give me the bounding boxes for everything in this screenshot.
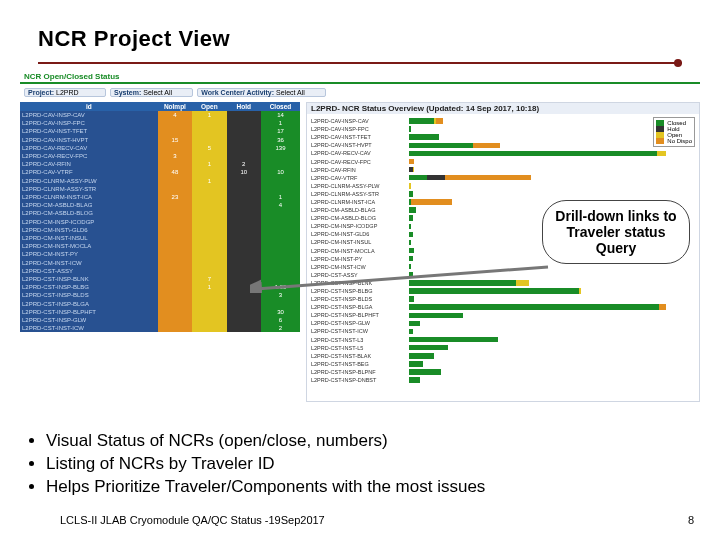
bar-label: L2PRD-CST-INST-L3 <box>311 337 409 343</box>
cell-open <box>192 242 226 250</box>
traveler-link[interactable]: L2PRD-CST-INSP-BLGA <box>22 301 89 307</box>
workcenter-filter[interactable]: Work Center/ Activity: <box>197 88 326 97</box>
traveler-link[interactable]: L2PRD-CST-INSP-BLNK <box>22 276 89 282</box>
bar-seg-closed <box>409 288 579 294</box>
cell-open: 1 <box>192 160 226 168</box>
bar-track <box>409 134 695 140</box>
system-input[interactable] <box>143 89 189 96</box>
bar-seg-closed <box>409 240 411 246</box>
traveler-link[interactable]: L2PRD-CM-ASBLD-BLAG <box>22 202 92 208</box>
table-row: L2PRD-CM-INST-MOCLA <box>20 242 300 250</box>
cell-no <box>158 127 192 135</box>
traveler-link[interactable]: L2PRD-CST-INSP-BLDS <box>22 292 89 298</box>
bar-seg-open <box>413 167 415 173</box>
cell-hold <box>227 144 261 152</box>
cell-open <box>192 218 226 226</box>
table-row: L2PRD-CAV-RECV-CAV5139 <box>20 144 300 152</box>
cell-closed: 36 <box>261 136 300 144</box>
bar-track <box>409 175 695 181</box>
traveler-link[interactable]: L2PRD-CAV-INSP-CAV <box>22 112 85 118</box>
traveler-link[interactable]: L2PRD-CST-INSP-GLW <box>22 317 86 323</box>
traveler-link[interactable]: L2PRD-CST-INST-ICW <box>22 325 84 331</box>
filter-row: Project: System: Work Center/ Activity: <box>20 84 700 98</box>
col-closed: Closed <box>261 102 300 111</box>
traveler-link[interactable]: L2PRD-CAV-INST-HVPT <box>22 137 88 143</box>
traveler-link[interactable]: L2PRD-CM-ASBLD-BLOG <box>22 210 93 216</box>
cell-closed: 139 <box>261 144 300 152</box>
traveler-link[interactable]: L2PRD-CLNRM-ASSY-PLW <box>22 178 97 184</box>
project-filter[interactable]: Project: <box>24 88 106 97</box>
workcenter-input[interactable] <box>276 89 322 96</box>
table-row: L2PRD-CST-INSP-GLW6 <box>20 316 300 324</box>
ncr-table: idNoImplOpenHoldClosed L2PRD-CAV-INSP-CA… <box>20 102 300 332</box>
traveler-link[interactable]: L2PRD-CAV-RECV-CAV <box>22 145 87 151</box>
cell-closed: 30 <box>261 308 300 316</box>
bar-row: L2PRD-CST-ASSY <box>311 271 695 279</box>
bar-seg-open <box>409 183 411 189</box>
traveler-link[interactable]: L2PRD-CM-INST\-GLD6 <box>22 227 88 233</box>
traveler-link[interactable]: L2PRD-CM-INST-INSUL <box>22 235 88 241</box>
bar-label: L2PRD-CST-INST-BLAK <box>311 353 409 359</box>
cell-closed: 6 <box>261 316 300 324</box>
traveler-link[interactable]: L2PRD-CLNRM-INST-ICA <box>22 194 92 200</box>
bar-row: L2PRD-CLNRM-ASSY-PLW <box>311 182 695 190</box>
cell-closed <box>261 209 300 217</box>
cell-closed <box>261 226 300 234</box>
cell-open: 1 <box>192 177 226 185</box>
traveler-link[interactable]: L2PRD-CAV-RFIN <box>22 161 71 167</box>
traveler-link[interactable]: L2PRD-CM-INSP-ICODGP <box>22 219 94 225</box>
bar-seg-nodispo <box>436 118 443 124</box>
traveler-link[interactable]: L2PRD-CST-INSP-BLBG <box>22 284 89 290</box>
cell-closed: 3 <box>261 291 300 299</box>
cell-open <box>192 259 226 267</box>
bar-row: L2PRD-CAV-RECV-FPC <box>311 157 695 165</box>
cell-no <box>158 300 192 308</box>
cell-no <box>158 283 192 291</box>
bar-track <box>409 191 695 197</box>
bar-row: L2PRD-CST-INSP-GLW <box>311 319 695 327</box>
bar-seg-closed <box>409 232 413 238</box>
table-row: L2PRD-CST-INSP-BLBG11.90 <box>20 283 300 291</box>
bar-seg-closed <box>409 224 411 230</box>
cell-closed <box>261 160 300 168</box>
bar-seg-closed <box>409 329 413 335</box>
traveler-link[interactable]: L2PRD-CLNRM-ASSY-STR <box>22 186 96 192</box>
cell-no <box>158 291 192 299</box>
table-row: L2PRD-CST-INSP-BLNK7 <box>20 275 300 283</box>
bar-track <box>409 304 695 310</box>
traveler-link[interactable]: L2PRD-CST-INSP-BLPHFT <box>22 309 96 315</box>
cell-closed <box>261 152 300 160</box>
cell-hold <box>227 283 261 291</box>
cell-closed <box>261 234 300 242</box>
system-filter[interactable]: System: <box>110 88 193 97</box>
traveler-link[interactable]: L2PRD-CM-INST-PY <box>22 251 78 257</box>
bar-row: L2PRD-CST-INST-BEG <box>311 360 695 368</box>
traveler-link[interactable]: L2PRD-CST-ASSY <box>22 268 73 274</box>
project-input[interactable] <box>56 89 102 96</box>
bar-seg-closed <box>409 143 473 149</box>
cell-no <box>158 177 192 185</box>
cell-no <box>158 160 192 168</box>
bar-label: L2PRD-CLNRM-ASSY-STR <box>311 191 409 197</box>
traveler-link[interactable]: L2PRD-CAV-VTRF <box>22 169 73 175</box>
bar-label: L2PRD-CST-INSP-BLDS <box>311 296 409 302</box>
bar-seg-nodispo <box>473 143 500 149</box>
bar-label: L2PRD-CLNRM-INST-ICA <box>311 199 409 205</box>
traveler-link[interactable]: L2PRD-CAV-INST-TFET <box>22 128 87 134</box>
traveler-link[interactable]: L2PRD-CAV-INSP-FPC <box>22 120 85 126</box>
table-row: L2PRD-CM-INST-ICW <box>20 259 300 267</box>
table-row: L2PRD-CAV-VTRF481010 <box>20 168 300 176</box>
bar-label: L2PRD-CST-INSP-BLNK <box>311 280 409 286</box>
table-row: L2PRD-CST-INSP-BLGA <box>20 300 300 308</box>
traveler-link[interactable]: L2PRD-CM-INST-MOCLA <box>22 243 91 249</box>
table-row: L2PRD-CM-INSP-ICODGP <box>20 218 300 226</box>
table-row: L2PRD-CM-INST-PY <box>20 250 300 258</box>
traveler-link[interactable]: L2PRD-CAV-RECV-FPC <box>22 153 87 159</box>
cell-closed <box>261 218 300 226</box>
bar-track <box>409 329 695 335</box>
bar-track <box>409 345 695 351</box>
cell-open <box>192 209 226 217</box>
bar-row: L2PRD-CAV-RECV-CAV <box>311 149 695 157</box>
bar-track <box>409 183 695 189</box>
traveler-link[interactable]: L2PRD-CM-INST-ICW <box>22 260 82 266</box>
